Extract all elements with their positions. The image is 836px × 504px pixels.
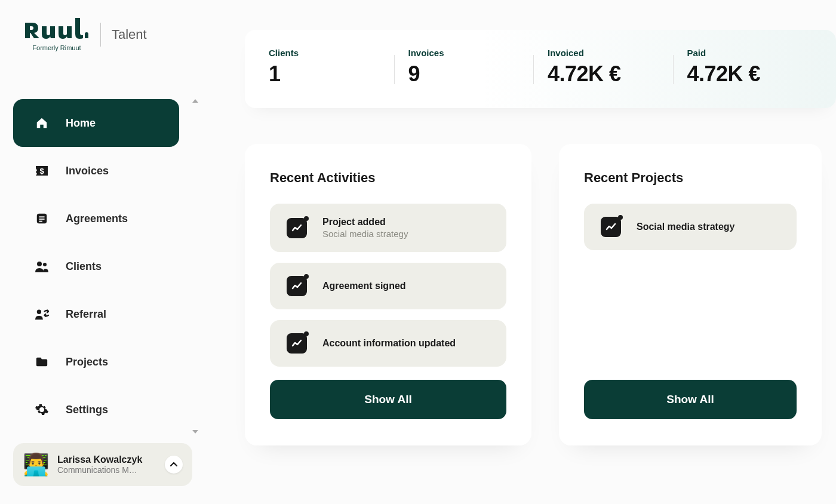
show-all-activities-button[interactable]: Show All	[270, 380, 506, 419]
activity-text: Account information updated	[322, 338, 456, 349]
activity-text: Project added Social media strategy	[322, 217, 408, 239]
stat-label: Paid	[687, 48, 798, 58]
gear-icon	[35, 402, 49, 417]
sidebar-item-settings[interactable]: Settings	[13, 386, 179, 434]
activity-text: Agreement signed	[322, 281, 406, 291]
logo-area: Formerly Rimuut Talent	[0, 18, 203, 51]
svg-point-6	[43, 263, 47, 266]
chevron-up-icon[interactable]	[165, 456, 183, 474]
project-text: Social media strategy	[637, 222, 735, 232]
activity-item[interactable]: Account information updated	[270, 320, 506, 367]
main: Clients 1 Invoices 9 Invoiced 4.72K € Pa…	[203, 0, 836, 504]
stat-invoices: Invoices 9	[394, 48, 534, 87]
svg-rect-4	[39, 221, 42, 222]
invoice-icon: $	[35, 164, 49, 178]
sidebar-item-home[interactable]: Home	[13, 99, 179, 147]
home-icon	[35, 116, 49, 130]
recent-projects-card: Recent Projects Social media strategy Sh…	[559, 144, 822, 445]
profile-text: Larissa Kowalczyk Communications M…	[57, 454, 156, 475]
stat-label: Clients	[269, 48, 380, 58]
avatar: 👨‍💻	[23, 451, 49, 478]
stat-label: Invoices	[408, 48, 520, 58]
sidebar: Formerly Rimuut Talent Home $ Invoices	[0, 0, 203, 504]
stat-clients: Clients 1	[269, 48, 394, 87]
stat-value: 4.72K €	[687, 62, 798, 87]
svg-rect-3	[39, 219, 44, 220]
sidebar-item-agreements[interactable]: Agreements	[13, 195, 179, 242]
sidebar-item-label: Home	[66, 117, 96, 130]
sidebar-item-label: Clients	[66, 260, 102, 273]
svg-text:$: $	[39, 167, 44, 176]
sidebar-item-invoices[interactable]: $ Invoices	[13, 147, 179, 195]
folder-icon	[35, 355, 49, 369]
sidebar-item-label: Settings	[66, 404, 108, 416]
logo-divider	[100, 23, 101, 47]
stat-label: Invoiced	[548, 48, 659, 58]
sidebar-item-label: Referral	[66, 308, 106, 321]
profile-name: Larissa Kowalczyk	[57, 454, 156, 465]
card-title: Recent Projects	[584, 170, 797, 186]
svg-point-5	[37, 262, 42, 266]
project-item[interactable]: Social media strategy	[584, 204, 797, 250]
activity-item[interactable]: Project added Social media strategy	[270, 204, 506, 252]
sidebar-item-clients[interactable]: Clients	[13, 242, 179, 290]
scrollbar-down-icon[interactable]	[192, 430, 198, 434]
activity-sub: Social media strategy	[322, 229, 408, 239]
activity-title: Project added	[322, 217, 408, 228]
people-icon	[35, 259, 49, 273]
sidebar-item-label: Agreements	[66, 213, 128, 225]
chart-icon	[287, 218, 307, 238]
chart-icon	[287, 276, 307, 296]
activity-title: Account information updated	[322, 338, 456, 349]
card-title: Recent Activities	[270, 170, 506, 186]
stat-invoiced: Invoiced 4.72K €	[533, 48, 673, 87]
profile-role: Communications M…	[57, 465, 156, 475]
svg-point-7	[37, 310, 41, 314]
scrollbar[interactable]	[192, 99, 198, 434]
logo-subtitle: Formerly Rimuut	[24, 44, 90, 51]
logo-icon	[24, 18, 90, 43]
stats-bar: Clients 1 Invoices 9 Invoiced 4.72K € Pa…	[245, 30, 836, 108]
recent-activities-card: Recent Activities Project added Social m…	[245, 144, 531, 445]
sidebar-item-referral[interactable]: Referral	[13, 290, 179, 338]
logo[interactable]: Formerly Rimuut	[24, 18, 90, 51]
referral-icon	[35, 307, 49, 321]
show-all-projects-button[interactable]: Show All	[584, 380, 797, 419]
document-icon	[35, 211, 49, 226]
profile-card[interactable]: 👨‍💻 Larissa Kowalczyk Communications M…	[13, 443, 192, 486]
activity-item[interactable]: Agreement signed	[270, 263, 506, 309]
project-list: Social media strategy	[584, 204, 797, 250]
stat-paid: Paid 4.72K €	[673, 48, 813, 87]
sidebar-item-projects[interactable]: Projects	[13, 338, 179, 386]
stat-value: 1	[269, 62, 380, 87]
svg-rect-2	[39, 216, 44, 217]
sidebar-item-label: Projects	[66, 356, 108, 368]
scrollbar-up-icon[interactable]	[192, 99, 198, 103]
chart-icon	[287, 333, 307, 354]
sidebar-item-label: Invoices	[66, 165, 109, 177]
cards-row: Recent Activities Project added Social m…	[245, 144, 836, 445]
project-title: Social media strategy	[637, 222, 735, 232]
chart-icon	[601, 217, 621, 237]
activity-list: Project added Social media strategy Agre…	[270, 204, 506, 367]
stat-value: 9	[408, 62, 520, 87]
product-name: Talent	[112, 27, 147, 42]
stat-value: 4.72K €	[548, 62, 659, 87]
activity-title: Agreement signed	[322, 281, 406, 291]
nav: Home $ Invoices Agreements Clients	[0, 99, 203, 434]
